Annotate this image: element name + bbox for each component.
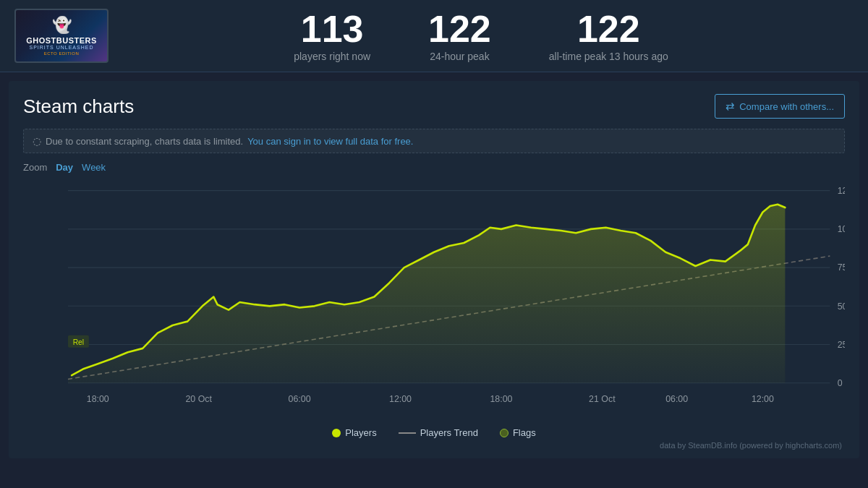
notice-link[interactable]: You can sign in to view full data for fr…: [247, 136, 413, 147]
game-title-sub: SPIRITS UNLEASHED: [30, 45, 94, 50]
zoom-week-button[interactable]: Week: [82, 162, 106, 173]
svg-text:0: 0: [838, 378, 843, 388]
legend-trend-label: Players Trend: [420, 427, 478, 438]
players-dot-icon: [332, 429, 341, 437]
compare-button-label: Compare with others...: [739, 101, 834, 112]
svg-text:12:00: 12:00: [752, 394, 774, 404]
attribution: data by SteamDB.info (powered by highcha…: [23, 441, 845, 450]
stat-label-alltime: all-time peak 13 hours ago: [549, 51, 668, 62]
notice-text: Due to constant scraping, charts data is…: [46, 136, 243, 147]
svg-text:20 Oct: 20 Oct: [185, 394, 212, 404]
legend-flags: Flags: [500, 427, 536, 438]
svg-text:75: 75: [838, 262, 845, 273]
zoom-controls: Zoom Day Week: [23, 162, 845, 173]
header-stats: 113 players right now 122 24-hour peak 1…: [109, 10, 854, 62]
stat-number-now: 113: [294, 10, 370, 48]
header-bar: 👻 GHOSTBUSTERS SPIRITS UNLEASHED ECTO ED…: [0, 0, 868, 72]
stat-players-now: 113 players right now: [294, 10, 370, 62]
chart-wrapper: 125 100 75 50 25 0 18:00 20 Oct 06:00 12…: [23, 183, 845, 421]
main-content: Steam charts ⇄ Compare with others... ◌ …: [9, 81, 859, 458]
svg-text:25: 25: [838, 340, 845, 350]
svg-text:12:00: 12:00: [389, 394, 412, 404]
stat-24h-peak: 122 24-hour peak: [428, 10, 491, 62]
game-image: 👻 GHOSTBUSTERS SPIRITS UNLEASHED ECTO ED…: [14, 9, 109, 63]
svg-text:Rel: Rel: [73, 338, 84, 346]
svg-text:125: 125: [838, 186, 845, 196]
stat-label-now: players right now: [294, 51, 370, 62]
svg-marker-23: [68, 205, 785, 383]
stat-alltime-peak: 122 all-time peak 13 hours ago: [549, 10, 668, 62]
notice-spinner-icon: ◌: [33, 135, 41, 147]
svg-text:50: 50: [838, 301, 845, 311]
compare-button[interactable]: ⇄ Compare with others...: [715, 94, 845, 119]
chart-svg: 125 100 75 50 25 0 18:00 20 Oct 06:00 12…: [23, 183, 845, 421]
notice-bar: ◌ Due to constant scraping, charts data …: [23, 129, 845, 153]
flags-dot-icon: [500, 429, 509, 437]
legend-players-label: Players: [345, 427, 376, 438]
legend-players: Players: [332, 427, 376, 438]
stat-number-24h: 122: [428, 10, 491, 48]
page-title: Steam charts: [23, 95, 134, 118]
legend-trend: Players Trend: [399, 427, 478, 438]
svg-text:21 Oct: 21 Oct: [589, 394, 616, 404]
steam-charts-header: Steam charts ⇄ Compare with others...: [23, 94, 845, 119]
stat-number-alltime: 122: [549, 10, 668, 48]
game-title-main: GHOSTBUSTERS: [26, 36, 97, 45]
svg-text:06:00: 06:00: [289, 394, 311, 404]
svg-text:06:00: 06:00: [665, 394, 688, 404]
game-edition: ECTO EDITION: [44, 51, 80, 56]
compare-icon: ⇄: [726, 100, 735, 113]
svg-text:100: 100: [838, 224, 845, 234]
svg-text:18:00: 18:00: [490, 394, 512, 404]
zoom-label: Zoom: [23, 162, 47, 173]
zoom-day-button[interactable]: Day: [56, 162, 73, 173]
stat-label-24h: 24-hour peak: [428, 51, 491, 62]
trend-line-icon: [399, 432, 416, 434]
svg-text:18:00: 18:00: [87, 394, 109, 404]
legend-flags-label: Flags: [513, 427, 536, 438]
chart-legend: Players Players Trend Flags: [23, 427, 845, 438]
ghost-icon: 👻: [52, 16, 72, 35]
